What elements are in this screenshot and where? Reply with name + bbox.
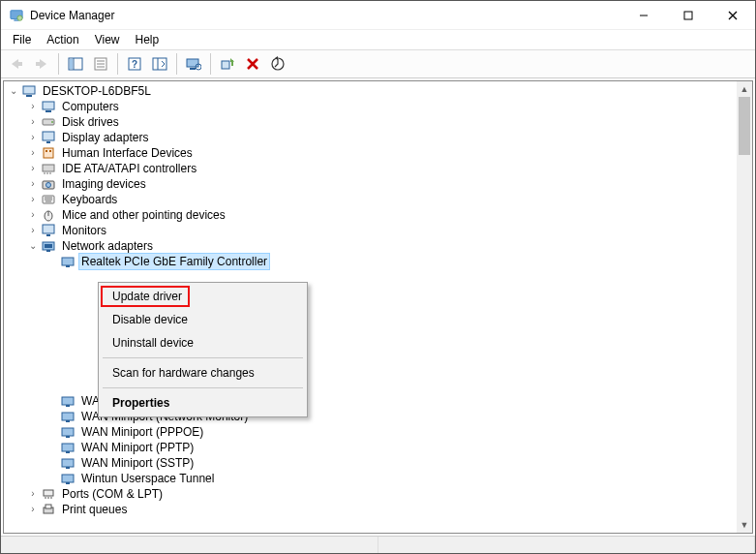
network-adapter-icon [60, 254, 76, 269]
svg-rect-7 [17, 62, 22, 66]
app-icon [9, 8, 24, 23]
svg-rect-34 [43, 132, 54, 140]
ctx-uninstall-device[interactable]: Uninstall device [101, 331, 305, 354]
tree-category[interactable]: ›Mice and other pointing devices [4, 207, 737, 223]
show-hide-tree-button[interactable] [64, 52, 87, 76]
scroll-down-icon[interactable]: ▼ [737, 517, 752, 533]
svg-rect-30 [43, 102, 54, 109]
tree-category[interactable]: ›Imaging devices [4, 176, 737, 192]
expand-icon[interactable]: › [25, 223, 41, 238]
expand-icon[interactable]: › [25, 114, 41, 130]
status-cell [1, 537, 378, 553]
svg-rect-66 [62, 459, 74, 467]
tree-device-selected[interactable]: Realtek PCIe GbE Family Controller [4, 254, 737, 269]
ctx-properties[interactable]: Properties [101, 391, 305, 415]
tree-device[interactable]: WAN Miniport (SSTP) [4, 455, 737, 471]
device-label: WAN Miniport (SSTP) [79, 455, 196, 471]
mice-icon [41, 207, 56, 223]
menu-action[interactable]: Action [39, 31, 86, 48]
properties-button[interactable] [89, 52, 112, 76]
menu-view[interactable]: View [87, 31, 128, 48]
svg-rect-11 [70, 59, 73, 69]
tree-root-label: DESKTOP-L6DBF5L [41, 83, 153, 99]
update-driver-button[interactable] [266, 52, 289, 76]
tree-category[interactable]: ›Human Interface Devices [4, 145, 737, 161]
expand-icon[interactable]: › [25, 130, 41, 145]
svg-point-44 [46, 183, 51, 188]
computer-icon [21, 83, 37, 99]
category-label: Display adapters [60, 130, 150, 145]
window-title: Device Manager [30, 9, 621, 22]
tree-category[interactable]: ›Print queues [4, 502, 737, 517]
svg-rect-58 [62, 397, 74, 405]
scan-hardware-button[interactable] [182, 52, 205, 76]
tree-category[interactable]: ›Ports (COM & LPT) [4, 486, 737, 502]
vertical-scrollbar[interactable]: ▲ ▼ [737, 81, 752, 533]
svg-rect-37 [45, 150, 47, 152]
svg-rect-52 [46, 234, 50, 236]
network-adapter-icon [60, 424, 76, 440]
collapse-icon[interactable]: ⌄ [6, 83, 21, 99]
scroll-up-icon[interactable]: ▲ [737, 81, 752, 97]
expand-icon[interactable]: › [25, 145, 41, 161]
titlebar: Device Manager [1, 1, 755, 30]
tree-category[interactable]: ›Keyboards [4, 192, 737, 207]
expand-icon[interactable]: › [25, 486, 41, 502]
tree-device[interactable]: Wintun Userspace Tunnel [4, 471, 737, 486]
tree-device[interactable]: WAN Miniport (PPTP) [4, 440, 737, 455]
close-button[interactable] [711, 1, 755, 29]
minimize-button[interactable] [621, 1, 666, 29]
menubar: File Action View Help [1, 30, 755, 49]
action-button[interactable] [148, 52, 171, 76]
svg-point-33 [51, 121, 53, 123]
tree-root[interactable]: ⌄ DESKTOP-L6DBF5L [4, 83, 737, 99]
category-label: Computers [60, 99, 121, 114]
svg-rect-64 [62, 444, 74, 451]
svg-rect-35 [46, 141, 50, 143]
tree-category[interactable]: ›Computers [4, 99, 737, 114]
toolbar: ? [1, 49, 755, 78]
ctx-update-driver[interactable]: Update driver [101, 285, 305, 308]
expand-icon[interactable]: › [25, 161, 41, 176]
category-label: Print queues [60, 502, 129, 517]
network-adapter-icon [60, 393, 76, 409]
tree-device[interactable]: WAN Miniport (PPPOE) [4, 424, 737, 440]
imaging-icon [41, 176, 56, 192]
tree-category[interactable]: ›Disk drives [4, 114, 737, 130]
tree-category[interactable]: ›Monitors [4, 223, 737, 238]
ctx-scan-hardware[interactable]: Scan for hardware changes [101, 361, 305, 385]
hid-icon [41, 145, 56, 161]
ctx-disable-device[interactable]: Disable device [101, 308, 305, 331]
tree-category[interactable]: ›IDE ATA/ATAPI controllers [4, 161, 737, 176]
category-label: Disk drives [60, 114, 121, 130]
category-label: Mice and other pointing devices [60, 207, 227, 223]
computers-icon [41, 99, 56, 114]
svg-rect-54 [46, 250, 50, 252]
menu-file[interactable]: File [5, 31, 39, 48]
svg-rect-55 [45, 244, 52, 248]
expand-icon[interactable]: › [25, 192, 41, 207]
expand-icon[interactable]: › [25, 207, 41, 223]
network-adapter-icon [60, 440, 76, 455]
svg-rect-62 [62, 428, 74, 436]
expand-icon[interactable]: › [25, 176, 41, 192]
expand-icon[interactable]: › [25, 502, 41, 517]
scrollbar-thumb[interactable] [739, 97, 750, 155]
enable-device-button[interactable] [216, 52, 239, 76]
back-button [5, 52, 28, 76]
uninstall-device-button[interactable] [241, 52, 264, 76]
svg-rect-70 [44, 490, 53, 496]
device-label: WAN Miniport (PPTP) [79, 440, 196, 455]
network-adapter-icon [60, 409, 76, 424]
network-adapter-icon [60, 471, 76, 486]
maximize-button[interactable] [666, 1, 711, 29]
expand-icon[interactable]: › [25, 99, 41, 114]
collapse-icon[interactable]: ⌄ [25, 238, 41, 254]
tree-category[interactable]: ›Display adapters [4, 130, 737, 145]
svg-rect-75 [45, 505, 51, 508]
ctx-separator [103, 387, 303, 388]
help-button[interactable]: ? [123, 52, 146, 76]
menu-help[interactable]: Help [128, 31, 167, 48]
tree-category-network[interactable]: ⌄Network adapters [4, 238, 737, 254]
statusbar [1, 536, 755, 553]
